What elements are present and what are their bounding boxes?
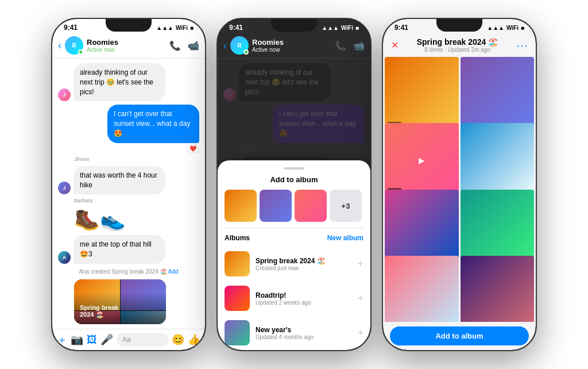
more-photos-badge[interactable]: +3 — [330, 190, 362, 222]
phone-1: 9:41 ▲▲▲ WiFi ■ ‹ R Roomies Active now 📞 — [51, 18, 206, 351]
album-grid-cell[interactable] — [385, 190, 459, 264]
add-to-album-icon[interactable]: + — [357, 327, 363, 339]
phone-2: 9:41 ▲▲▲ WiFi ■ ‹ R Roomies Active now 📞 — [216, 18, 372, 351]
back-button[interactable]: ‹ — [223, 40, 227, 52]
add-to-album-icon[interactable]: + — [357, 293, 363, 305]
add-link[interactable]: Add — [168, 268, 179, 275]
back-button[interactable]: ‹ — [58, 40, 61, 52]
call-button[interactable]: 📞 — [169, 40, 181, 51]
signal-icon: ▲▲▲ — [322, 25, 339, 31]
status-icons-3: ▲▲▲ WiFi ■ — [487, 25, 524, 31]
status-icons-2: ▲▲▲ WiFi ■ — [322, 25, 359, 31]
wifi-icon: WiFi — [341, 25, 353, 31]
message-input[interactable]: Aa — [117, 333, 168, 347]
album-list-item[interactable]: Spring break 2024 🏖️ Created just now + — [218, 247, 370, 281]
chat-input-bar: ＋ 📷 🖼 🎤 Aa 😊 👍 — [52, 329, 205, 350]
message-row: I can't get over that sunset view... wha… — [58, 105, 199, 152]
camera-icon[interactable]: 📷 — [71, 333, 83, 346]
sheet-photo[interactable] — [295, 190, 327, 222]
close-button[interactable]: ✕ — [391, 40, 399, 51]
sheet-handle — [284, 167, 304, 170]
signal-icon: ▲▲▲ — [487, 25, 504, 31]
album-photo-grid: 0:08 ▶ 0:05 — [383, 55, 536, 322]
time-1: 9:41 — [64, 24, 78, 32]
msg-avatar: J — [223, 89, 236, 101]
active-status: Active now — [252, 47, 331, 53]
album-view-subtitle: 8 items · Updated 2m ago — [417, 47, 498, 53]
status-bar-3: 9:41 ▲▲▲ WiFi ■ — [383, 19, 536, 33]
album-grid-cell[interactable] — [461, 190, 535, 264]
header-info: Roomies Active now — [252, 38, 331, 53]
sheet-photo[interactable] — [225, 190, 257, 222]
video-button[interactable]: 📹 — [353, 40, 365, 51]
gallery-icon[interactable]: 🖼 — [87, 334, 97, 346]
wifi-icon: WiFi — [506, 25, 519, 31]
group-name: Roomies — [87, 38, 166, 47]
album-info: New year's Updated 4 months ago — [256, 326, 351, 340]
message-row: J already thinking of our next trip 🥹 le… — [223, 63, 365, 101]
time-3: 9:41 — [394, 24, 408, 32]
chat-header-2: ‹ R Roomies Active now 📞 📹 — [218, 33, 370, 59]
mic-icon[interactable]: 🎤 — [100, 333, 113, 346]
thumbs-up-icon[interactable]: 👍 — [188, 333, 200, 346]
album-grid-cell[interactable]: ▶ 0:05 — [385, 123, 459, 197]
album-subtitle: Updated 2 weeks ago — [256, 299, 351, 306]
system-message: Ana created Spring break 2024 🏖️ Add — [58, 267, 199, 276]
album-grid-cell[interactable] — [461, 256, 535, 322]
bottom-sheet: Add to album +3 Albums New album Spring … — [218, 160, 370, 350]
sheet-photos: +3 — [218, 190, 370, 228]
message-row: I can't get over that sunset view... wha… — [223, 105, 365, 143]
bubble: me at the top of that hill 🤩3 — [74, 235, 165, 264]
album-thumbnail — [225, 251, 250, 276]
group-name: Roomies — [252, 38, 331, 47]
notch — [106, 19, 152, 32]
add-to-album-button[interactable]: Add to album — [390, 326, 529, 345]
album-list-item[interactable]: New year's Updated 4 months ago + — [218, 316, 370, 350]
album-name: Spring break 2024 🏖️ — [256, 257, 351, 265]
sender-name: Jihoon — [74, 156, 199, 162]
album-card[interactable]: Spring break2024 🏖️ — [74, 279, 166, 324]
new-album-button[interactable]: New album — [327, 234, 363, 242]
sheet-section-header: Albums New album — [218, 232, 370, 247]
album-grid-cell[interactable] — [461, 123, 535, 197]
bubble: that was worth the 4 hour hike — [74, 166, 165, 195]
online-indicator — [243, 49, 249, 55]
album-subtitle: Updated 4 months ago — [256, 334, 351, 340]
album-grid-cell[interactable] — [461, 57, 535, 131]
album-thumbnail — [225, 286, 250, 311]
message-row: A me at the top of that hill 🤩3 — [58, 235, 199, 264]
bubble: already thinking of our next trip 🥹 let'… — [239, 63, 331, 101]
notch — [436, 19, 482, 32]
album-name: Roadtrip! — [256, 291, 351, 299]
video-button[interactable]: 📹 — [188, 40, 199, 51]
album-subtitle: Created just now — [256, 265, 351, 271]
msg-avatar: J — [58, 89, 71, 101]
message-row: J already thinking of our next trip 🥹 le… — [58, 63, 199, 101]
album-grid-cell[interactable]: 0:08 — [385, 57, 459, 131]
signal-icon: ▲▲▲ — [156, 25, 173, 31]
album-title-group: Spring break 2024 🏖️ 8 items · Updated 2… — [417, 37, 498, 53]
add-icon[interactable]: ＋ — [57, 333, 67, 347]
header-actions: 📞 📹 — [335, 40, 365, 51]
album-list-item[interactable]: Roadtrip! Updated 2 weeks ago + — [218, 281, 370, 316]
more-options-button[interactable]: ⋯ — [516, 39, 528, 52]
album-info: Spring break 2024 🏖️ Created just now — [256, 257, 351, 271]
call-button[interactable]: 📞 — [335, 40, 346, 51]
album-info: Roadtrip! Updated 2 weeks ago — [256, 291, 351, 306]
chat-header-1: ‹ R Roomies Active now 📞 📹 — [52, 33, 205, 59]
add-to-album-icon[interactable]: + — [357, 258, 363, 270]
sticker: 🥾👟 — [74, 207, 199, 232]
message-row: J that was worth the 4 hour hike — [58, 166, 199, 195]
sheet-title: Add to album — [218, 175, 370, 184]
chat-body-1: J already thinking of our next trip 🥹 le… — [52, 59, 205, 329]
msg-avatar: A — [58, 251, 71, 264]
emoji-icon[interactable]: 😊 — [172, 333, 184, 346]
sheet-photo[interactable] — [260, 190, 292, 222]
album-grid-cell[interactable] — [385, 256, 459, 322]
bubble: I can't get over that sunset view... wha… — [107, 105, 199, 143]
phone-3: 9:41 ▲▲▲ WiFi ■ ✕ Spring break 2024 🏖️ 8… — [382, 18, 537, 351]
sheet-divider — [225, 228, 363, 228]
msg-avatar: J — [58, 182, 71, 194]
header-info: Roomies Active now — [87, 38, 166, 53]
notch — [271, 19, 317, 32]
